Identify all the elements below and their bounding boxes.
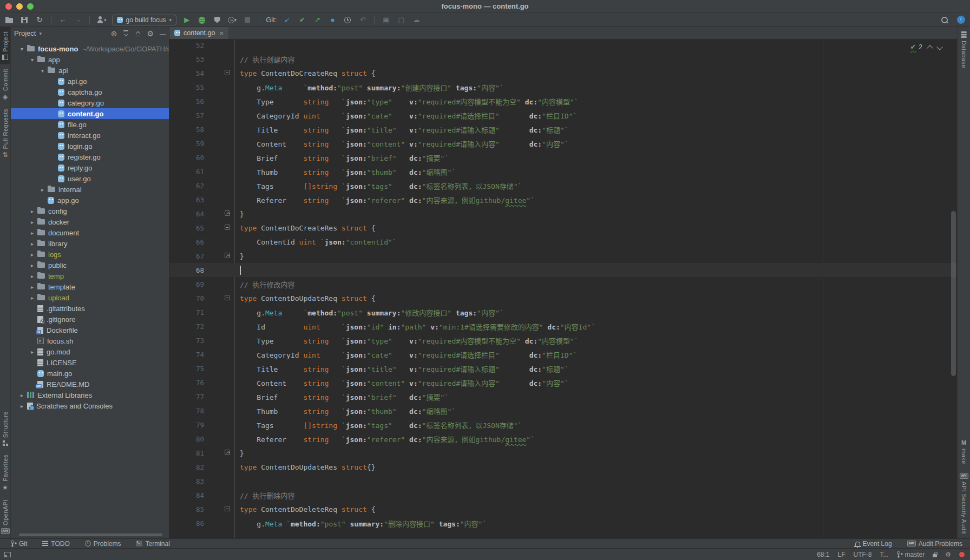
forward-button[interactable]: → [73,15,83,25]
tree-item-api[interactable]: ▾api [11,65,169,76]
stripe-button-structure[interactable]: Structure [0,407,10,450]
chevron-down-icon[interactable]: ▾ [39,31,42,36]
tree-item-user.go[interactable]: user.go [11,173,169,184]
tree-item-.gitattributes[interactable]: .gitattributes [11,303,169,314]
toolwindow-button-event-log[interactable]: Event Log [855,540,892,548]
run-configuration-select[interactable]: go build focus ▾ [112,15,177,25]
code-line-59[interactable]: 59 Content string `json:"content" v:"req… [169,136,957,150]
tree-item-library[interactable]: ▸library [11,238,169,249]
toolwindow-toggle-icon[interactable] [4,552,11,557]
code-line-76[interactable]: 76 Content string `json:"content" v:"req… [169,375,957,390]
fold-end-icon[interactable] [225,253,230,258]
tree-item-register.go[interactable]: register.go [11,151,169,162]
inspections-widget[interactable]: ✔ 2 [910,43,942,51]
git-commit-button[interactable]: ✔ [297,15,307,25]
tree-chevron-right-icon[interactable]: ▸ [17,392,27,398]
tab-content-go[interactable]: content.go × [169,27,228,39]
fold-collapse-icon[interactable] [225,225,230,230]
code-line-77[interactable]: 77 Brief string `json:"brief" dc:"摘要"` [169,390,957,404]
tree-item-docker[interactable]: ▸docker [11,216,169,227]
editor-vertical-scrollbar[interactable] [951,211,956,376]
tree-chevron-right-icon[interactable]: ▸ [27,295,37,301]
locate-file-button[interactable] [111,29,117,38]
code-line-75[interactable]: 75 Title string `json:"title" v:"require… [169,361,957,375]
caret-position[interactable]: 68:1 [817,551,829,558]
stripe-button-project[interactable]: Project [0,27,10,64]
next-problem-button[interactable] [936,44,942,50]
tree-item-go.mod[interactable]: ▸go.mod [11,346,169,357]
tree-chevron-right-icon[interactable]: ▸ [27,252,37,258]
lock-icon[interactable] [933,554,937,557]
toolwindow-button-todo[interactable]: TODO [42,540,69,548]
tree-item-reply.go[interactable]: reply.go [11,162,169,173]
search-everywhere-button[interactable] [940,15,949,25]
git-history-button[interactable] [343,15,352,25]
project-panel-title[interactable]: Project [14,29,36,37]
code-line-81[interactable]: 81} [169,446,957,460]
stop-button[interactable] [243,15,252,25]
ide-update-indicator[interactable] [956,15,966,25]
file-encoding[interactable]: UTF-8 [854,551,872,558]
tree-chevron-right-icon[interactable]: ▸ [27,208,37,214]
stripe-button-api-security-audit[interactable]: API Security Audit [958,469,970,538]
tree-chevron-right-icon[interactable]: ▸ [27,262,37,268]
collapse-all-button[interactable] [123,30,129,36]
zoom-window-button[interactable] [27,3,34,10]
debug-button[interactable] [197,15,207,25]
tree-item-interact.go[interactable]: interact.go [11,130,169,141]
tree-item-login.go[interactable]: login.go [11,141,169,151]
stripe-button-openapi[interactable]: OpenAPI [0,495,10,538]
truncated-status-item[interactable]: T... [880,551,889,558]
code-line-54[interactable]: 54type ContentDoCreateReq struct { [169,66,957,80]
stripe-button-make[interactable]: make [958,435,970,469]
tree-chevron-right-icon[interactable]: ▸ [17,403,27,409]
code-line-68[interactable]: 68 [169,263,957,277]
tree-item-dockerfile[interactable]: Dockerfile [11,325,169,335]
tree-chevron-right-icon[interactable]: ▸ [27,349,37,355]
stripe-button-pull-requests[interactable]: Pull Requests⇅ [0,104,10,162]
code-line-55[interactable]: 55 g.Meta `method:"post" summary:"创建内容接口… [169,80,957,94]
project-horizontal-scrollbar[interactable] [19,533,162,536]
tree-chevron-right-icon[interactable]: ▸ [27,284,37,290]
tree-item-upload[interactable]: ▸upload [11,292,169,303]
coverage-button[interactable] [212,15,222,25]
sync-button[interactable]: ↻ [35,15,44,25]
toolwindow-button-terminal[interactable]: Terminal [136,540,169,548]
code-editor[interactable]: ✔ 2 5253// 执行创建内容54type ContentDoCreateR… [169,39,957,538]
tree-item-category.go[interactable]: category.go [11,97,169,108]
line-separator[interactable]: LF [838,551,846,558]
tree-item-.gitignore[interactable]: .gitignore [11,314,169,325]
fold-collapse-icon[interactable] [225,506,230,511]
expand-all-button[interactable] [135,30,141,36]
minimize-window-button[interactable] [16,3,23,10]
code-line-74[interactable]: 74 CategoryId uint `json:"cate" v:"requi… [169,347,957,361]
tree-chevron-right-icon[interactable]: ▸ [37,187,48,193]
tree-chevron-right-icon[interactable]: ▸ [27,219,37,225]
git-push-button[interactable]: ↗ [312,15,322,25]
panel-settings-button[interactable] [147,29,154,38]
code-line-70[interactable]: 70type ContentDoUpdateReq struct { [169,291,957,305]
tree-item-external-libraries[interactable]: ▸External Libraries [11,390,169,400]
tree-chevron-down-icon[interactable]: ▾ [37,68,48,74]
toolwindow-button-git[interactable]: Git [11,540,27,548]
tree-chevron-right-icon[interactable]: ▸ [27,241,37,247]
hide-panel-button[interactable] [160,29,166,37]
tree-item-app.go[interactable]: app.go [11,195,169,206]
code-line-67[interactable]: 67} [169,249,957,263]
fold-collapse-icon[interactable] [225,295,230,300]
tree-item-public[interactable]: ▸public [11,260,169,271]
tree-chevron-down-icon[interactable]: ▾ [17,46,27,52]
toolwindow-button-problems[interactable]: Problems [85,540,121,548]
code-line-66[interactable]: 66 ContentId uint `json:"contentId"` [169,235,957,249]
code-line-64[interactable]: 64} [169,207,957,221]
tree-item-api.go[interactable]: api.go [11,76,169,87]
tree-item-app[interactable]: ▾app [11,54,169,65]
code-line-82[interactable]: 82type ContentDoUpdateRes struct{} [169,460,957,474]
tree-item-internal[interactable]: ▸internal [11,184,169,195]
close-window-button[interactable] [5,3,12,10]
diff-button[interactable]: ▢ [396,15,406,25]
tree-item-scratches-and-consoles[interactable]: ▸Scratches and Consoles [11,400,169,411]
code-line-57[interactable]: 57 CategoryId uint `json:"cate" v:"requi… [169,108,957,122]
tree-item-license[interactable]: LICENSE [11,357,169,368]
git-rollback-button[interactable]: ↶ [358,15,368,25]
